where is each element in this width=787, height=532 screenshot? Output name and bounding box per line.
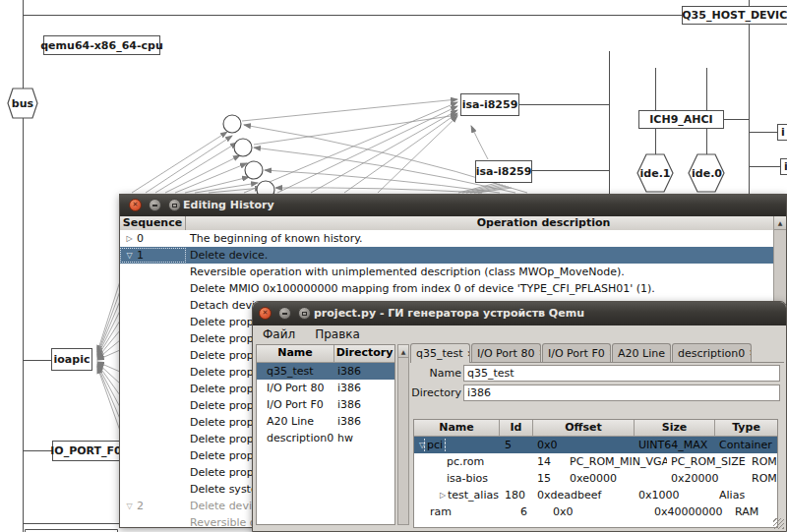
memory-table-headers[interactable]: Name Id Offset Size Type: [414, 420, 777, 437]
name-input[interactable]: q35_test: [463, 365, 780, 382]
tab-q35-test[interactable]: q35_test✕: [410, 343, 470, 363]
resize-grip[interactable]: [773, 518, 784, 529]
memory-id: 6: [515, 505, 549, 518]
expander-icon[interactable]: ▽: [125, 251, 134, 260]
node-q35-host-device[interactable]: Q35_HOST_DEVICE: [682, 6, 787, 25]
memory-offset: 0xe0000: [566, 472, 667, 485]
operation-description: Delete prop: [186, 332, 254, 345]
project-titlebar[interactable]: ✕ project.py - ГИ генератора устройств Q…: [253, 302, 786, 326]
memory-row-pci[interactable]: ▽pci 5 0x0 UINT64_MAX Container: [414, 437, 777, 453]
sequence-number: 2: [137, 500, 144, 512]
window-title: Editing History: [183, 195, 274, 216]
history-row[interactable]: Delete MMIO 0x100000000 mapping from ind…: [120, 280, 773, 297]
minimize-icon: [152, 205, 157, 207]
tab-a20-line[interactable]: A20 Line✕: [612, 343, 671, 362]
node-io-port-label: IO_PORT_F0: [50, 444, 122, 457]
node-ioapic[interactable]: ioapic: [51, 348, 92, 371]
node-edge-partial-1[interactable]: i: [777, 124, 787, 141]
device-directory: hw: [334, 432, 394, 444]
device-directory: i386: [334, 365, 394, 378]
operation-description: Reversible o: [186, 516, 257, 527]
operation-description: Delete prop: [186, 466, 254, 479]
node-io-port-f0[interactable]: IO_PORT_F0: [52, 441, 120, 461]
editing-history-titlebar[interactable]: ✕ Editing History: [120, 195, 786, 217]
history-row-selected[interactable]: ▽1Delete device.: [120, 247, 773, 264]
expander-icon[interactable]: ▽: [125, 502, 134, 510]
operation-description: Delete prop: [186, 366, 254, 379]
history-column-headers[interactable]: Sequence Operation description: [120, 216, 773, 231]
device-list-scrollbar[interactable]: ▲: [397, 344, 409, 525]
history-row[interactable]: Reversible operation with unimplemented …: [120, 264, 773, 280]
node-cpu[interactable]: qemu64-x86_64-cpu: [43, 35, 160, 55]
operation-description: Delete prop: [186, 449, 254, 462]
node-ahci-label: ICH9_AHCI: [649, 113, 712, 126]
memory-id: 14: [532, 455, 566, 468]
device-list-headers[interactable]: Name Directory: [257, 345, 394, 363]
device-list-row[interactable]: I/O Port 80i386: [257, 380, 394, 396]
maximize-button[interactable]: [168, 199, 181, 211]
tab-close-icon[interactable]: ✕: [609, 348, 611, 358]
close-icon: ✕: [263, 310, 269, 317]
sequence-column-header[interactable]: Sequence: [120, 216, 186, 230]
tab-label: A20 Line: [618, 347, 665, 360]
tab-label: I/O Port 80: [477, 347, 534, 360]
col-offset[interactable]: Offset: [533, 420, 635, 436]
device-list-row[interactable]: description0hw: [257, 430, 394, 446]
memory-row-isa-bios[interactable]: isa-bios 15 0xe0000 0x20000 ROM: [414, 470, 777, 487]
col-size[interactable]: Size: [635, 420, 715, 436]
graph-junction-node[interactable]: [245, 161, 263, 179]
memory-size: UINT64_MAX: [635, 439, 715, 451]
close-button[interactable]: ✕: [259, 307, 272, 320]
scroll-up-button[interactable]: ▲: [774, 216, 786, 230]
operation-description: Delete syste: [186, 483, 258, 496]
expander-icon[interactable]: ▷: [438, 491, 448, 500]
screen: qemu64-x86_64-cpu Q35_HOST_DEVICE isa-i8…: [0, 0, 787, 532]
graph-junction-node[interactable]: [234, 139, 252, 156]
directory-column-header[interactable]: Directory: [334, 345, 394, 362]
device-list-row-selected[interactable]: q35_testi386: [257, 363, 394, 380]
menu-file[interactable]: Файл: [253, 325, 305, 343]
tab-description0[interactable]: description0✕: [672, 343, 752, 362]
col-id[interactable]: Id: [500, 420, 533, 436]
name-label: Name: [410, 367, 463, 380]
operation-description: The beginning of known history.: [186, 232, 363, 245]
operation-description: Delete prop: [186, 399, 254, 412]
maximize-icon: [172, 204, 177, 207]
memory-type: RAM: [731, 505, 778, 518]
scroll-up-button[interactable]: ▲: [398, 345, 408, 358]
close-button[interactable]: ✕: [129, 199, 142, 211]
menu-edit[interactable]: Правка: [305, 325, 370, 343]
memory-row-pc-rom[interactable]: pc.rom 14 PC_ROM_MIN_VGA PC_ROM_SIZE ROM: [414, 453, 777, 470]
col-name[interactable]: Name: [414, 420, 500, 436]
graph-junction-node[interactable]: [223, 115, 241, 133]
name-column-header[interactable]: Name: [257, 345, 334, 362]
history-row[interactable]: ▷0The beginning of known history.: [120, 230, 773, 247]
tab-close-icon[interactable]: ✕: [749, 348, 752, 358]
node-edge-partial-2[interactable]: i: [780, 158, 787, 175]
operation-description: Delete device.: [186, 249, 268, 262]
node-isa-i8259-top[interactable]: isa-i8259: [460, 93, 519, 116]
tab-close-icon[interactable]: ✕: [669, 348, 671, 358]
directory-input[interactable]: i386: [463, 384, 780, 401]
memory-row-ram[interactable]: ram 6 0x0 0x40000000 RAM: [414, 503, 777, 520]
minimize-button[interactable]: [149, 199, 161, 211]
node-isa-i8259-bottom[interactable]: isa-i8259: [475, 160, 532, 183]
device-tabbar: q35_test✕ I/O Port 80✕ I/O Port F0✕ A20 …: [410, 344, 784, 363]
expander-icon[interactable]: ▷: [125, 234, 134, 243]
memory-row-test-alias[interactable]: ▷test_alias 180 0xdeadbeef 0x1000 Alias: [414, 487, 777, 503]
device-list-row[interactable]: I/O Port F0i386: [257, 396, 394, 413]
device-list-row[interactable]: A20 Linei386: [257, 413, 394, 430]
tab-close-icon[interactable]: ✕: [538, 348, 541, 358]
col-type[interactable]: Type: [715, 420, 777, 436]
memory-size: PC_ROM_SIZE: [667, 455, 748, 468]
name-field-row: Name q35_test: [410, 364, 780, 383]
minimize-button[interactable]: [278, 307, 291, 320]
node-ich9-ahci[interactable]: ICH9_AHCI: [638, 110, 724, 129]
maximize-button[interactable]: [298, 307, 311, 320]
tab-io-port-f0[interactable]: I/O Port F0✕: [542, 343, 611, 362]
tab-io-port-80[interactable]: I/O Port 80✕: [471, 343, 541, 362]
description-column-header[interactable]: Operation description: [186, 216, 773, 230]
tab-close-icon[interactable]: ✕: [467, 349, 470, 359]
device-directory: i386: [334, 415, 394, 428]
memory-name: isa-bios: [447, 472, 488, 485]
